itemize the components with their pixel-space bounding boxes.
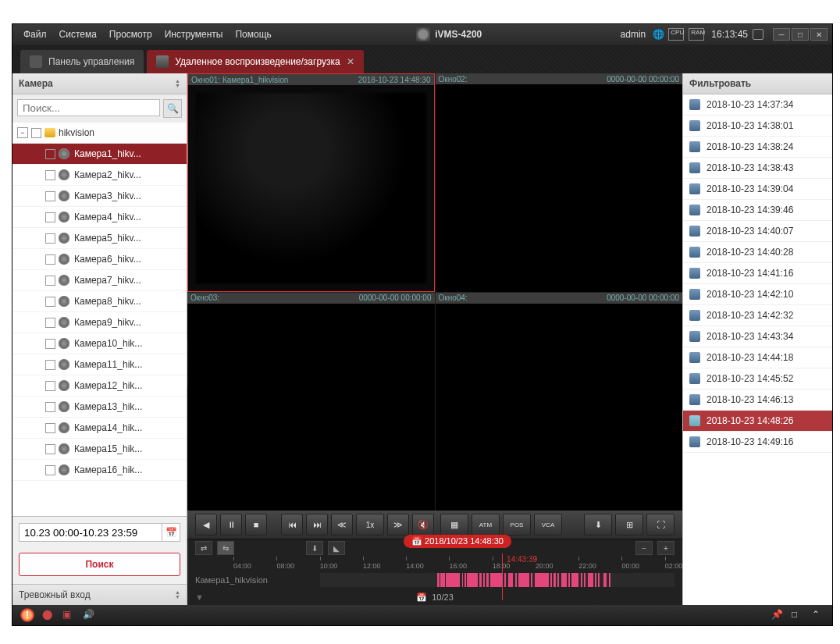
timeline-segment[interactable] <box>464 573 466 587</box>
timeline-segment[interactable] <box>531 573 532 587</box>
timeline-segment[interactable] <box>504 573 506 587</box>
camera-item[interactable]: Камера10_hik... <box>12 333 187 354</box>
record-item[interactable]: 2018-10-23 14:41:16 <box>683 263 832 284</box>
camera-checkbox[interactable] <box>45 444 55 454</box>
layout-button[interactable]: ⊞ <box>615 514 643 535</box>
lock-icon[interactable] <box>753 29 763 40</box>
reverse-play-button[interactable]: ◀ <box>195 514 217 535</box>
status-icon-1[interactable]: ⬤ <box>42 609 55 621</box>
timeline-segment[interactable] <box>595 573 596 587</box>
tree-root-checkbox[interactable] <box>31 128 41 138</box>
mute-button[interactable]: 🔇 <box>412 514 434 535</box>
timeline-segment[interactable] <box>603 573 607 587</box>
camera-checkbox[interactable] <box>45 254 55 265</box>
timeline-segment[interactable] <box>568 573 570 587</box>
vca-button[interactable]: VCA <box>534 514 562 535</box>
search-icon-button[interactable]: 🔍 <box>163 99 182 118</box>
timeline-segment[interactable] <box>598 573 600 587</box>
camera-item[interactable]: Камера11_hik... <box>12 354 187 375</box>
camera-item[interactable]: Камера6_hikv... <box>12 249 187 270</box>
camera-checkbox[interactable] <box>45 191 55 201</box>
timeline-segment[interactable] <box>479 573 481 587</box>
menu-Система[interactable]: Система <box>53 29 103 40</box>
timeline-segment[interactable] <box>584 573 586 587</box>
record-item[interactable]: 2018-10-23 14:45:52 <box>683 368 832 390</box>
camera-item[interactable]: Камера9_hikv... <box>12 312 187 333</box>
record-item[interactable]: 2018-10-23 14:49:16 <box>683 432 832 453</box>
timeline-segment[interactable] <box>437 573 440 587</box>
ram-icon[interactable]: RAM <box>689 28 704 41</box>
timeline-segment[interactable] <box>515 573 517 587</box>
status-icon-2[interactable]: ▣ <box>62 609 75 621</box>
record-item[interactable]: 2018-10-23 14:44:18 <box>683 347 832 368</box>
menu-Просмотр[interactable]: Просмотр <box>103 29 158 40</box>
slow-button[interactable]: ≪ <box>331 514 353 535</box>
atm-button[interactable]: ATM <box>472 514 500 535</box>
camera-checkbox[interactable] <box>45 318 55 328</box>
camera-checkbox[interactable] <box>45 360 55 370</box>
record-item[interactable]: 2018-10-23 14:38:24 <box>683 137 832 158</box>
frame-back-button[interactable]: ⏮ <box>281 514 303 535</box>
cpu-icon[interactable]: CPU <box>668 28 684 41</box>
pause-button[interactable]: ⏸ <box>220 514 242 535</box>
event-button[interactable]: ▦ <box>440 514 468 535</box>
timeline-segment[interactable] <box>571 573 578 587</box>
camera-item[interactable]: Камера16_hik... <box>12 460 187 481</box>
timeline-segment[interactable] <box>486 573 488 587</box>
timeline-segment[interactable] <box>462 573 464 587</box>
timeline-date-badge[interactable]: 📅 2018/10/23 14:48:30 <box>404 535 511 548</box>
search-button[interactable]: Поиск <box>19 553 180 576</box>
camera-item[interactable]: Камера4_hikv... <box>12 207 187 228</box>
pin-icon[interactable]: 📌 <box>771 609 784 621</box>
timeline-segment[interactable] <box>581 573 582 587</box>
calendar-icon[interactable]: 📅 <box>162 523 180 542</box>
frame-fwd-button[interactable]: ⏭ <box>306 514 328 535</box>
record-item[interactable]: 2018-10-23 14:38:43 <box>683 158 832 179</box>
timeline-segment[interactable] <box>446 573 460 587</box>
camera-checkbox[interactable] <box>45 381 55 391</box>
camera-checkbox[interactable] <box>45 276 55 286</box>
record-item[interactable]: 2018-10-23 14:46:13 <box>683 390 832 411</box>
stop-button[interactable]: ■ <box>245 514 267 535</box>
collapse-icon[interactable]: ▲▼ <box>175 79 180 88</box>
timeline-track[interactable] <box>320 573 674 587</box>
timeline-segment[interactable] <box>535 573 549 587</box>
camera-checkbox[interactable] <box>45 233 55 244</box>
sync-on-button[interactable]: ⇆ <box>217 541 234 555</box>
camera-item[interactable]: Камера14_hik... <box>12 418 187 439</box>
export-button[interactable]: ⬇ <box>306 541 323 555</box>
search-input[interactable] <box>17 99 160 116</box>
expand-icon[interactable]: ⌃ <box>812 609 824 621</box>
camera-item[interactable]: Камера8_hikv... <box>12 291 187 312</box>
menu-Файл[interactable]: Файл <box>17 29 53 40</box>
record-item[interactable]: 2018-10-23 14:43:34 <box>683 326 832 347</box>
timeline-segment[interactable] <box>467 573 478 587</box>
tab-0[interactable]: Панель управления <box>20 50 144 73</box>
record-item[interactable]: 2018-10-23 14:42:32 <box>683 305 832 326</box>
status-icon-3[interactable]: 🔊 <box>83 609 95 621</box>
speed-indicator[interactable]: 1x <box>356 514 384 535</box>
camera-checkbox[interactable] <box>45 402 55 412</box>
camera-item[interactable]: Камера1_hikv... <box>12 144 187 165</box>
camera-tree[interactable]: − hikvision Камера1_hikv...Камера2_hikv.… <box>12 123 187 516</box>
pos-button[interactable]: POS <box>503 514 531 535</box>
timeline-segment[interactable] <box>508 573 514 587</box>
camera-item[interactable]: Камера3_hikv... <box>12 186 187 207</box>
fullscreen-button[interactable]: ⛶ <box>646 514 674 535</box>
video-window-2[interactable]: Окно02:0000-00-00 00:00:00 <box>436 73 683 292</box>
record-item[interactable]: 2018-10-23 14:39:04 <box>683 179 832 200</box>
timeline-segment[interactable] <box>483 573 485 587</box>
camera-item[interactable]: Камера12_hik... <box>12 375 187 397</box>
camera-item[interactable]: Камера15_hik... <box>12 439 187 460</box>
record-item[interactable]: 2018-10-23 14:40:07 <box>683 221 832 242</box>
camera-checkbox[interactable] <box>45 297 55 307</box>
record-item[interactable]: 2018-10-23 14:48:26 <box>683 411 832 432</box>
bookmark-button[interactable]: ◣ <box>328 541 345 555</box>
menu-Помощь[interactable]: Помощь <box>229 29 277 40</box>
video-window-3[interactable]: Окно03:0000-00-00 00:00:00 <box>187 293 435 511</box>
camera-checkbox[interactable] <box>45 339 55 349</box>
camera-item[interactable]: Камера13_hik... <box>12 397 187 418</box>
timeline-segment[interactable] <box>490 573 503 587</box>
tree-root[interactable]: − hikvision <box>12 123 187 144</box>
camera-item[interactable]: Камера2_hikv... <box>12 165 187 186</box>
